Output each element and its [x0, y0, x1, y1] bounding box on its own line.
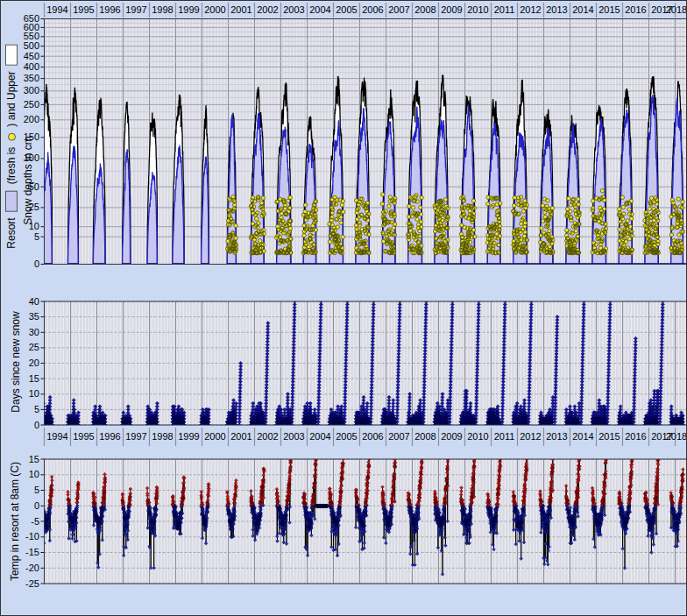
svg-text:250: 250 — [24, 99, 39, 110]
svg-text:1994: 1994 — [46, 431, 67, 442]
svg-text:1999: 1999 — [178, 431, 199, 442]
svg-text:1998: 1998 — [152, 431, 173, 442]
svg-text:0: 0 — [34, 258, 39, 269]
svg-text:2014: 2014 — [572, 431, 593, 442]
svg-text:2005: 2005 — [336, 4, 357, 15]
svg-text:2004: 2004 — [309, 4, 330, 15]
svg-text:2010: 2010 — [467, 4, 488, 15]
svg-text:-5: -5 — [31, 516, 39, 527]
svg-text:2014: 2014 — [572, 4, 593, 15]
svg-text:2001: 2001 — [230, 431, 251, 442]
svg-text:0: 0 — [34, 500, 39, 511]
svg-text:5: 5 — [34, 404, 39, 414]
svg-text:2010: 2010 — [467, 431, 488, 442]
svg-text:350: 350 — [24, 73, 39, 83]
svg-text:2003: 2003 — [283, 4, 304, 15]
svg-text:2013: 2013 — [546, 4, 567, 15]
svg-text:1999: 1999 — [178, 4, 199, 15]
svg-text:25: 25 — [29, 202, 39, 212]
chart-canvas: 1994199519961997199819992000200120022003… — [1, 1, 687, 616]
svg-text:-10: -10 — [25, 531, 39, 542]
svg-text:2008: 2008 — [414, 4, 436, 15]
svg-text:1995: 1995 — [73, 4, 94, 15]
svg-text:2007: 2007 — [388, 431, 409, 442]
svg-text:2000: 2000 — [204, 431, 225, 442]
svg-text:2005: 2005 — [336, 431, 357, 442]
svg-text:1997: 1997 — [125, 431, 146, 442]
svg-text:2006: 2006 — [362, 4, 383, 15]
svg-text:2008: 2008 — [414, 431, 436, 442]
svg-text:2018: 2018 — [666, 4, 687, 15]
svg-text:2004: 2004 — [309, 431, 330, 442]
svg-text:1994: 1994 — [46, 4, 67, 15]
svg-text:15: 15 — [29, 373, 39, 384]
svg-text:25: 25 — [29, 342, 39, 352]
svg-text:10: 10 — [29, 221, 39, 231]
svg-text:50: 50 — [29, 181, 39, 192]
svg-text:-25: -25 — [25, 578, 39, 589]
svg-text:2007: 2007 — [388, 4, 409, 15]
svg-text:1998: 1998 — [152, 4, 173, 15]
svg-text:2012: 2012 — [520, 4, 541, 15]
svg-text:2011: 2011 — [494, 4, 515, 15]
svg-text:100: 100 — [24, 152, 39, 163]
svg-text:2015: 2015 — [598, 4, 620, 15]
svg-text:2015: 2015 — [598, 431, 620, 442]
svg-text:2016: 2016 — [625, 4, 646, 15]
svg-text:0: 0 — [34, 420, 39, 430]
svg-text:-20: -20 — [25, 563, 39, 573]
svg-text:15: 15 — [29, 454, 39, 464]
svg-text:2009: 2009 — [441, 4, 462, 15]
svg-text:10: 10 — [29, 388, 39, 399]
svg-text:40: 40 — [29, 296, 39, 307]
svg-text:-15: -15 — [25, 547, 39, 557]
svg-text:2018: 2018 — [666, 431, 687, 442]
svg-text:2002: 2002 — [257, 431, 278, 442]
svg-text:2012: 2012 — [520, 431, 541, 442]
svg-text:2000: 2000 — [204, 4, 225, 15]
svg-text:5: 5 — [34, 485, 39, 495]
svg-text:150: 150 — [24, 131, 39, 142]
svg-text:2002: 2002 — [257, 4, 278, 15]
svg-text:300: 300 — [24, 85, 39, 96]
svg-text:2016: 2016 — [625, 431, 646, 442]
svg-text:2001: 2001 — [230, 4, 251, 15]
svg-text:10: 10 — [29, 469, 39, 479]
svg-text:1997: 1997 — [125, 4, 146, 15]
svg-text:20: 20 — [29, 358, 39, 368]
snow-history-chart: Resort (fresh is ) and Upper Snow depths… — [0, 0, 687, 616]
svg-text:200: 200 — [24, 114, 39, 124]
svg-text:2006: 2006 — [362, 431, 383, 442]
svg-text:1995: 1995 — [73, 431, 94, 442]
svg-text:450: 450 — [24, 51, 39, 61]
svg-text:30: 30 — [29, 327, 39, 337]
svg-text:1996: 1996 — [99, 431, 120, 442]
svg-text:2003: 2003 — [283, 431, 304, 442]
svg-text:2011: 2011 — [494, 431, 515, 442]
svg-text:1996: 1996 — [99, 4, 120, 15]
svg-text:500: 500 — [24, 40, 39, 51]
svg-text:2013: 2013 — [546, 431, 567, 442]
svg-text:5: 5 — [34, 231, 39, 242]
svg-text:35: 35 — [29, 311, 39, 322]
svg-text:2009: 2009 — [441, 431, 462, 442]
svg-text:400: 400 — [24, 61, 39, 72]
